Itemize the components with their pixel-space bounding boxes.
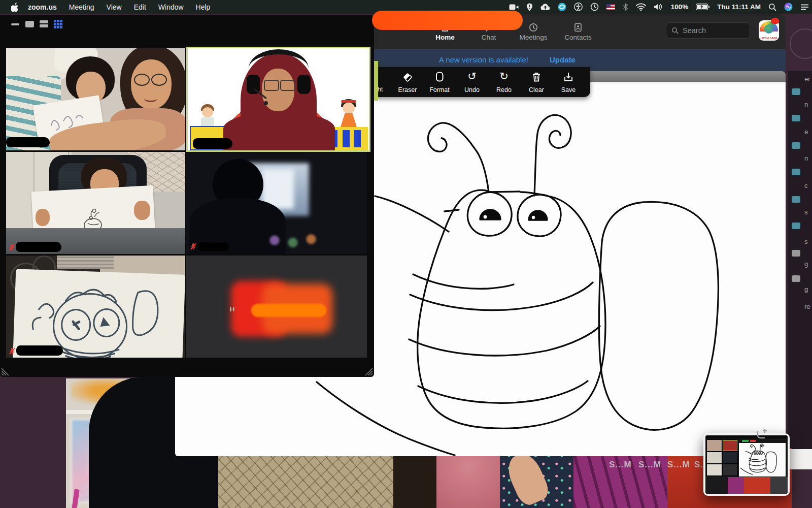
panel-text-fragment: s — [804, 238, 808, 245]
redo-icon: ↻ — [499, 71, 509, 82]
muted-mic-icon — [8, 347, 16, 356]
child-hand — [134, 201, 150, 220]
muted-mic-icon — [8, 243, 16, 252]
menu-edit[interactable]: Edit — [128, 3, 152, 11]
gallery-resize-handle-right[interactable] — [365, 368, 373, 376]
person-plaid — [218, 448, 393, 508]
toggle-switch[interactable] — [792, 250, 800, 257]
clipped-green-edge — [374, 61, 378, 101]
update-link[interactable]: Update — [550, 55, 576, 64]
undo-icon: ↺ — [467, 71, 477, 82]
person-pink — [436, 448, 500, 508]
watermark: S...M — [667, 460, 690, 470]
toggle-switch[interactable] — [792, 142, 800, 149]
update-message: A new version is available! — [439, 55, 528, 64]
tab-contacts[interactable]: Contacts — [559, 18, 597, 41]
video-tile-participant-3[interactable] — [6, 152, 185, 254]
avatar-logo-text: LITTLE SAGE — [759, 37, 779, 40]
thumbnail-view-button[interactable] — [40, 20, 48, 27]
toggle-switch[interactable] — [792, 115, 800, 121]
spotlight-search-icon[interactable] — [768, 3, 776, 11]
zoom-gallery-window: H — [0, 15, 374, 377]
panel-text-fragment: g — [804, 260, 808, 268]
headphone-earcup-right — [297, 75, 311, 94]
redaction-orange-blob — [372, 11, 523, 30]
menu-view[interactable]: View — [100, 3, 128, 11]
swirl-app-icon[interactable] — [558, 3, 566, 11]
panel-text-fragment: e — [804, 128, 808, 136]
clear-button[interactable]: Clear — [522, 70, 551, 94]
video-tile-participant-1[interactable] — [6, 48, 185, 150]
video-tile-participant-4[interactable] — [186, 152, 367, 254]
toggle-switch[interactable] — [792, 169, 800, 175]
gallery-resize-handle-left[interactable] — [1, 368, 9, 376]
video-tile-participant-2-active-speaker[interactable] — [186, 47, 370, 152]
person-purple-fabric — [573, 448, 667, 508]
apple-logo-icon[interactable] — [11, 3, 19, 12]
search-icon — [671, 27, 679, 35]
panel-text-fragment: er — [804, 75, 810, 83]
cloud-upload-icon[interactable] — [540, 4, 550, 11]
format-button[interactable]: Format — [425, 70, 454, 94]
toggle-switch[interactable] — [792, 223, 800, 229]
notification-list-icon[interactable] — [800, 4, 809, 11]
toggle-switch[interactable] — [792, 88, 800, 95]
panel-text-fragment: c — [804, 182, 808, 189]
camera-status-icon[interactable] — [509, 4, 519, 11]
redaction-orange-smear — [251, 304, 326, 317]
search-input[interactable]: Search — [666, 22, 750, 39]
undo-button[interactable]: ↺ Undo — [457, 70, 487, 94]
eraser-button[interactable]: Eraser — [393, 70, 422, 94]
speaker-view-button[interactable] — [25, 21, 34, 27]
accessibility-icon[interactable] — [574, 3, 583, 11]
air-vent — [57, 256, 114, 269]
save-button[interactable]: Save — [554, 70, 583, 94]
child-hand — [36, 209, 50, 226]
search-placeholder: Search — [683, 26, 706, 35]
annotation-toolbar: ght Eraser Format ↺ Undo ↻ Redo C — [373, 67, 590, 97]
minimize-view-button[interactable] — [11, 23, 19, 25]
drawing-paper — [13, 269, 185, 358]
desktop: er n e n c s s g g re — [0, 0, 812, 508]
mini-whiteboard — [739, 443, 786, 477]
redo-button[interactable]: ↻ Redo — [489, 70, 519, 94]
contacts-icon — [573, 22, 583, 33]
menu-help[interactable]: Help — [190, 3, 217, 11]
screen-preview-thumbnail[interactable] — [703, 433, 790, 496]
toggle-switch[interactable] — [792, 196, 800, 203]
volume-icon[interactable] — [654, 3, 663, 11]
eraser-icon — [401, 71, 414, 83]
mini-gallery — [706, 439, 738, 476]
menu-clock[interactable]: Thu 11:11 AM — [717, 3, 761, 11]
format-icon — [433, 71, 446, 83]
name-redaction-bar — [193, 138, 232, 149]
wifi-icon[interactable] — [636, 3, 646, 11]
toggle-switch[interactable] — [792, 275, 800, 282]
panel-text-fragment: g — [804, 285, 808, 293]
input-source-flag-icon[interactable] — [606, 4, 615, 10]
name-redaction-bar — [16, 242, 61, 252]
mini-bee-drawing — [739, 443, 785, 475]
muted-mic-icon — [189, 242, 197, 251]
watermark: S...M — [638, 460, 661, 470]
glasses — [151, 74, 167, 86]
menu-window[interactable]: Window — [152, 3, 190, 11]
clock-icon — [528, 22, 538, 33]
pin-alert-icon[interactable] — [526, 3, 533, 11]
mic-tip — [264, 101, 268, 105]
tile-overlay-text: H — [230, 305, 234, 313]
menu-meeting[interactable]: Meeting — [63, 3, 100, 11]
video-tile-participant-5[interactable] — [6, 256, 185, 358]
siri-icon[interactable] — [784, 3, 793, 11]
name-redaction-bar — [197, 242, 229, 251]
panel-text-fragment: re — [804, 303, 810, 310]
gallery-view-button[interactable] — [54, 20, 62, 28]
watermark: S...M — [609, 460, 632, 470]
menu-app-name[interactable]: zoom.us — [22, 3, 63, 11]
bluetooth-icon[interactable] — [623, 3, 628, 11]
video-tile-participant-6[interactable]: H — [186, 256, 367, 358]
time-machine-icon[interactable] — [590, 3, 599, 11]
save-icon — [562, 71, 574, 83]
wallpaper-circle-decor — [790, 28, 812, 59]
name-redaction-bar — [16, 345, 63, 356]
